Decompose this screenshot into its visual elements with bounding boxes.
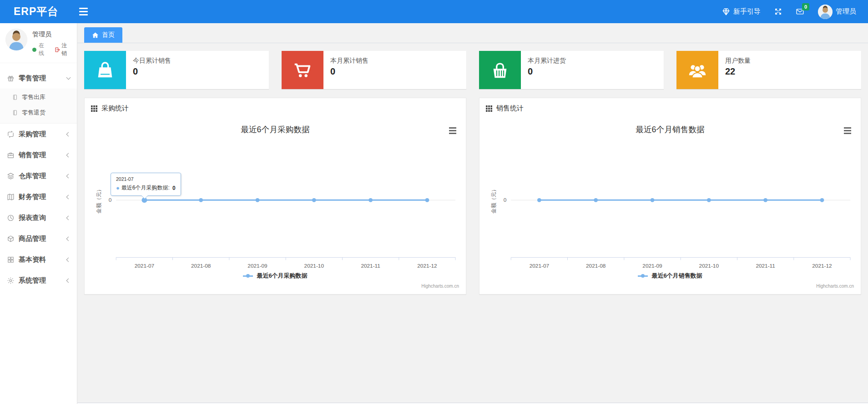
stat-card-label: 本月累计销售 bbox=[330, 57, 368, 65]
sidebar-item-label: 商品管理 bbox=[19, 234, 46, 243]
box-icon bbox=[7, 235, 15, 243]
stat-card-month-purchase: 本月累计进货 0 bbox=[479, 51, 664, 89]
stat-card-label: 用户数量 bbox=[725, 57, 751, 65]
book-icon bbox=[7, 193, 15, 201]
guide-label: 新手引导 bbox=[733, 7, 761, 16]
tooltip-value: 0 bbox=[172, 185, 176, 191]
logout-link[interactable]: 注销 bbox=[55, 42, 72, 57]
users-icon bbox=[676, 51, 718, 89]
svg-text:2021-08: 2021-08 bbox=[191, 263, 211, 269]
svg-text:2021-12: 2021-12 bbox=[417, 263, 437, 269]
tab-bar: 首页 bbox=[77, 23, 868, 43]
svg-text:2021-10: 2021-10 bbox=[304, 263, 324, 269]
svg-text:2021-11: 2021-11 bbox=[756, 263, 775, 269]
logout-icon bbox=[55, 47, 61, 53]
repeat-icon bbox=[7, 130, 15, 138]
svg-text:2021-10: 2021-10 bbox=[699, 263, 719, 269]
chevron-left-icon bbox=[66, 236, 71, 241]
svg-text:2021-12: 2021-12 bbox=[812, 263, 832, 269]
svg-text:最近6个月销售数据: 最近6个月销售数据 bbox=[636, 125, 705, 134]
layers-icon bbox=[7, 172, 15, 180]
sidebar-item-goods[interactable]: 商品管理 bbox=[0, 228, 77, 249]
tooltip-header: 2021-07 bbox=[116, 176, 176, 182]
sidebar-item-finance[interactable]: 财务管理 bbox=[0, 186, 77, 207]
sidebar-user-panel: 管理员 在线 注销 bbox=[0, 23, 77, 63]
messages-badge: 0 bbox=[802, 3, 809, 10]
sidebar-submenu-retail: 零售出库 零售退货 bbox=[0, 89, 77, 124]
legend-label: 最近6个月销售数据 bbox=[651, 272, 702, 280]
app-brand[interactable]: ERP平台 bbox=[14, 5, 58, 19]
sidebar-item-retail-outbound[interactable]: 零售出库 bbox=[0, 90, 77, 105]
gift-icon bbox=[7, 75, 15, 82]
tab-home[interactable]: 首页 bbox=[84, 27, 122, 43]
svg-text:金额（元）: 金额（元） bbox=[96, 187, 102, 214]
chevron-left-icon bbox=[66, 153, 71, 157]
svg-text:2021-08: 2021-08 bbox=[586, 263, 606, 269]
home-icon bbox=[92, 32, 99, 39]
purchase-stats-panel: 采购统计 最近6个月采购数据金额（元）02021-072021-082021-0… bbox=[84, 98, 466, 294]
grid-icon bbox=[7, 256, 15, 264]
top-navbar: ERP平台 新手引导 0 管理员 bbox=[0, 0, 868, 23]
svg-text:2021-07: 2021-07 bbox=[530, 263, 549, 269]
messages-button[interactable]: 0 bbox=[796, 8, 804, 15]
svg-text:最近6个月采购数据: 最近6个月采购数据 bbox=[241, 125, 310, 134]
sidebar-menu: 零售管理 零售出库 零售退货 采购管理 销售管理 bbox=[0, 63, 77, 291]
sidebar-item-label: 零售管理 bbox=[19, 74, 46, 83]
fullscreen-button[interactable] bbox=[774, 8, 782, 15]
chevron-left-icon bbox=[66, 278, 71, 283]
legend-marker-icon bbox=[243, 273, 253, 279]
sidebar-item-warehouse[interactable]: 仓库管理 bbox=[0, 165, 77, 186]
chart-panels-row: 采购统计 最近6个月采购数据金额（元）02021-072021-082021-0… bbox=[84, 98, 861, 294]
gem-icon bbox=[722, 8, 730, 16]
sidebar-item-system[interactable]: 系统管理 bbox=[0, 270, 77, 291]
sales-line-chart: 最近6个月销售数据金额（元）02021-072021-082021-092021… bbox=[486, 119, 854, 271]
sidebar-item-label: 采购管理 bbox=[19, 130, 46, 139]
document-icon bbox=[12, 94, 18, 100]
tab-home-label: 首页 bbox=[102, 31, 115, 39]
sidebar-item-reports[interactable]: 报表查询 bbox=[0, 207, 77, 228]
grid-icon bbox=[486, 105, 492, 112]
guide-link[interactable]: 新手引导 bbox=[722, 7, 761, 16]
avatar bbox=[818, 5, 833, 19]
stat-cards-row: 今日累计销售 0 本月累计销售 0 本月累计进货 0 bbox=[84, 51, 861, 89]
panel-title: 销售统计 bbox=[496, 104, 524, 113]
main-content: 首页 今日累计销售 0 本月累计销售 0 bbox=[77, 23, 868, 404]
sidebar-item-label: 财务管理 bbox=[19, 193, 46, 201]
stat-card-label: 本月累计进货 bbox=[528, 57, 566, 65]
tooltip-series-label: 最近6个月采购数据: bbox=[121, 184, 170, 192]
svg-text:2021-11: 2021-11 bbox=[361, 263, 380, 269]
stat-card-month-sales: 本月累计销售 0 bbox=[282, 51, 466, 89]
chevron-left-icon bbox=[66, 174, 71, 178]
stat-card-value: 0 bbox=[133, 66, 171, 77]
highcharts-credit-link[interactable]: Highcharts.com.cn bbox=[486, 284, 854, 289]
chart-legend[interactable]: 最近6个月采购数据 bbox=[91, 272, 459, 280]
sidebar-item-purchase[interactable]: 采购管理 bbox=[0, 124, 77, 145]
sidebar-toggle-button[interactable] bbox=[77, 6, 90, 17]
svg-text:金额（元）: 金额（元） bbox=[490, 187, 497, 214]
cart-icon bbox=[282, 51, 323, 89]
chart-legend[interactable]: 最近6个月销售数据 bbox=[486, 272, 854, 280]
svg-text:2021-07: 2021-07 bbox=[135, 263, 154, 269]
sidebar-item-label: 报表查询 bbox=[19, 214, 46, 222]
chart-tooltip: 2021-07 ● 最近6个月采购数据: 0 bbox=[111, 173, 181, 196]
highcharts-credit-link[interactable]: Highcharts.com.cn bbox=[91, 284, 459, 289]
series-bullet-icon: ● bbox=[116, 185, 120, 191]
sidebar-item-basic-data[interactable]: 基本资料 bbox=[0, 249, 77, 270]
sidebar-item-label: 零售退货 bbox=[22, 109, 45, 117]
user-menu[interactable]: 管理员 bbox=[818, 5, 856, 19]
sidebar-item-retail[interactable]: 零售管理 bbox=[0, 68, 77, 89]
sidebar-item-retail-return[interactable]: 零售退货 bbox=[0, 105, 77, 120]
briefcase-icon bbox=[7, 151, 15, 159]
online-status-label: 在线 bbox=[39, 42, 50, 57]
stat-card-value: 0 bbox=[330, 66, 368, 77]
sidebar-item-sales[interactable]: 销售管理 bbox=[0, 145, 77, 165]
chevron-down-icon bbox=[66, 75, 71, 80]
svg-text:0: 0 bbox=[109, 197, 112, 203]
legend-label: 最近6个月采购数据 bbox=[257, 272, 307, 280]
svg-text:0: 0 bbox=[504, 197, 507, 203]
svg-text:2021-09: 2021-09 bbox=[247, 263, 267, 269]
chevron-left-icon bbox=[66, 132, 71, 136]
stat-card-label: 今日累计销售 bbox=[133, 57, 171, 65]
sidebar: 管理员 在线 注销 零售管理 零售出库 bbox=[0, 23, 77, 404]
sidebar-item-label: 零售出库 bbox=[22, 93, 45, 101]
